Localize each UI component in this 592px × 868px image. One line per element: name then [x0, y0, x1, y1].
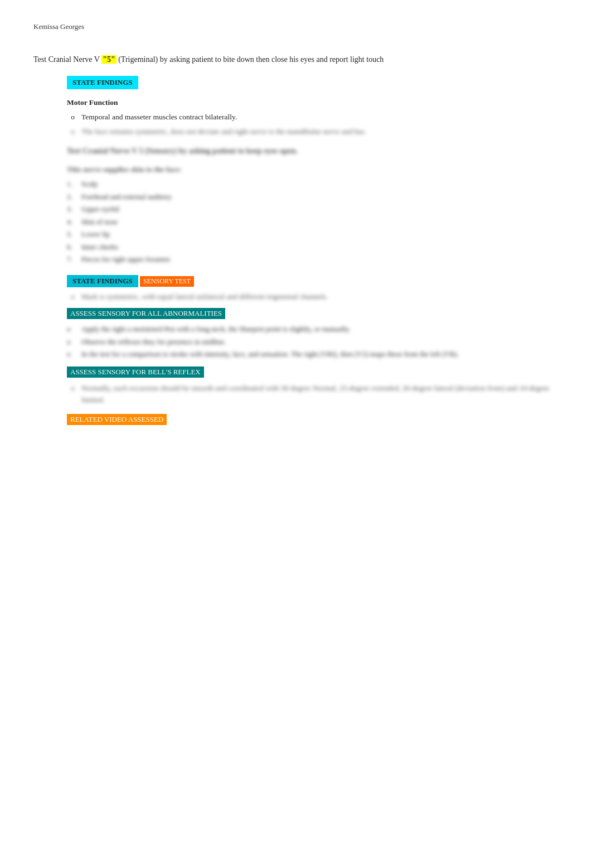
motor-function-block: Motor Function o Temporal and masseter m…: [67, 98, 559, 137]
list-item-7: 7.Pieces for right upper foramen: [67, 254, 559, 265]
blurred-section-header: This nerve supplies skin to the face:: [67, 163, 559, 176]
bullet-blurred-1: o: [67, 291, 75, 303]
blurred-nerve-list: 1.Scalp 2.Forehead and external auditory…: [67, 179, 559, 265]
blurred-paragraph-block: o Normally, each excursion should be smo…: [67, 382, 559, 406]
cyan-state-findings: STATE FINDINGS: [67, 275, 138, 287]
author-name: Kemissa Georges: [33, 22, 559, 31]
intro-text-before: Test Cranial Nerve V: [33, 55, 101, 64]
teal-assess-sensory: ASSESS SENSORY FOR ALL ABNORMALITIES: [67, 308, 225, 319]
bullet-o-2: o: [67, 126, 75, 138]
list-item-5: 5.Lower lip: [67, 229, 559, 240]
motor-item-1-text: Temporal and masseter muscles contract b…: [81, 112, 237, 123]
intro-paragraph: Test Cranial Nerve V "5" (Trigeminal) by…: [33, 54, 559, 66]
step-3: oIn the test for a comparison to stroke …: [67, 349, 559, 360]
bullet-blurred-2: o: [67, 382, 75, 406]
motor-function-label: Motor Function: [67, 98, 559, 107]
intro-text-middle: (Trigeminal) by asking patient to bite d…: [117, 55, 384, 64]
list-item-6: 6.Inner cheeks: [67, 242, 559, 253]
blurred-symmetric-text: Mark is symmetric, with equal lateral un…: [81, 291, 328, 303]
list-item-2: 2.Forehead and external auditory: [67, 191, 559, 202]
motor-item-1: o Temporal and masseter muscles contract…: [67, 112, 559, 123]
list-item-4: 4.Skin of nose: [67, 216, 559, 228]
orange-related-video: RELATED VIDEO ASSESSED: [67, 414, 167, 425]
blurred-paragraph-text: Normally, each excursion should be smoot…: [81, 382, 559, 406]
blurred-intro-line: Test Cranial Nerve V 5 (Sensory) by aski…: [67, 145, 559, 157]
blurred-symmetric-item: o Mark is symmetric, with equal lateral …: [67, 291, 559, 303]
blurred-nerve-section: This nerve supplies skin to the face: 1.…: [67, 163, 559, 265]
list-item-1: 1.Scalp: [67, 179, 559, 190]
motor-item-2-text: The face remains symmetric, does not dev…: [81, 126, 366, 138]
step-2: oObserve the reflexes they for presence …: [67, 336, 559, 348]
motor-item-2: o The face remains symmetric, does not d…: [67, 126, 559, 138]
teal-bells-reflex: ASSESS SENSORY FOR BELL'S REFLEX: [67, 367, 204, 378]
list-item-3: 3.Upper eyelid: [67, 204, 559, 215]
state-findings-badge: STATE FINDINGS: [67, 76, 138, 89]
orange-sensory-test: SENSORY TEST: [140, 276, 194, 287]
state-findings-section: STATE FINDINGS Motor Function o Temporal…: [67, 76, 559, 428]
bullet-o-1: o: [67, 112, 75, 123]
step-1: oApply the right a moistened Pen with a …: [67, 324, 559, 335]
blurred-steps-list: oApply the right a moistened Pen with a …: [67, 324, 559, 360]
nerve-number-highlight: "5": [101, 55, 117, 64]
